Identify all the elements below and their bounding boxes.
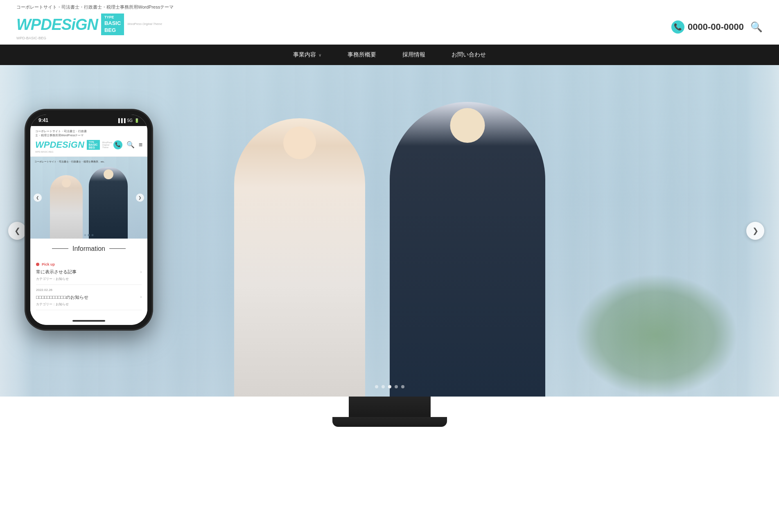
- phone-hero-dots: [84, 234, 94, 236]
- nav-label-about: 事務所概要: [348, 51, 376, 59]
- phone-icon: 📞: [671, 20, 684, 34]
- phone-status-bar: 9:41 ▐▐▐ 5G 🔋: [30, 115, 147, 126]
- slider-prev-button[interactable]: ❮: [8, 222, 26, 240]
- news-title-row-2[interactable]: □□□□□□□□□□□のお知らせ ›: [36, 293, 142, 300]
- site-tagline: コーポレートサイト・司法書士・行政書士・税理士事務所用WordPressテーマ: [16, 4, 763, 10]
- monitor-base: [332, 417, 447, 427]
- nav-label-business: 事業内容: [293, 51, 316, 59]
- network-label: 5G: [127, 118, 133, 123]
- slider-dots: [375, 385, 404, 388]
- logo-wordpress: WordPress Original Theme: [127, 23, 162, 25]
- phone-mockup-wrapper: 9:41 ▐▐▐ 5G 🔋 コーポレートサイト・司法書士・行政書士・税理士事務所…: [25, 110, 152, 330]
- phone-hero-text: コーポレートサイト・司法書士・行政書士・税理士事務所、etc.: [34, 160, 143, 164]
- pickup-title: 常に表示させる記事: [36, 269, 77, 275]
- phone-news-item-2: 2022.02.26 □□□□□□□□□□□のお知らせ › カテゴリー：お知らせ: [36, 285, 142, 310]
- phone-logo-sub-group: WordPress Original Theme: [102, 141, 113, 149]
- hero-next-area: ❯: [746, 65, 779, 397]
- pickup-title-row[interactable]: 常に表示させる記事 ›: [36, 269, 142, 275]
- slider-dot-1[interactable]: [375, 385, 378, 388]
- phone-logo-sub: WPD-BASIC-BEG: [35, 151, 142, 153]
- info-dash-left: [52, 248, 68, 249]
- phone-female-figure: [50, 175, 83, 239]
- phone-slider-prev[interactable]: ❮: [34, 194, 42, 202]
- news-arrow-icon-2: ›: [140, 295, 142, 299]
- phone-info-section: Information Pick up 常に表示させる記事 ›: [30, 239, 147, 317]
- phone-phone-icon[interactable]: 📞: [113, 140, 122, 149]
- signal-icon: ▐▐▐: [117, 118, 125, 123]
- phone-time: 9:41: [38, 117, 48, 123]
- below-hero: [0, 397, 779, 532]
- phone-slider-next[interactable]: ❯: [136, 194, 144, 202]
- logo-area: WPDESiGN TYPE BASIC BEG WordPress Origin…: [16, 14, 162, 40]
- phone-dot-3[interactable]: [92, 234, 94, 236]
- phone-info-title-row: Information: [36, 245, 142, 252]
- phone-logo-badge: TYPE BASIC BEG: [87, 140, 100, 150]
- info-title-text: Information: [72, 245, 105, 252]
- pickup-category: カテゴリー：お知らせ: [36, 277, 142, 281]
- phone-screen: 9:41 ▐▐▐ 5G 🔋 コーポレートサイト・司法書士・行政書士・税理士事務所…: [30, 115, 147, 325]
- monitor-neck: [349, 397, 431, 417]
- male-figure: [390, 102, 545, 397]
- header-right: 📞 0000-00-0000 🔍: [671, 20, 763, 34]
- phone-pickup-item: Pick up 常に表示させる記事 › カテゴリー：お知らせ: [36, 259, 142, 285]
- phone-logo-main: WPDESiGN: [35, 140, 84, 149]
- phone-status-icons: ▐▐▐ 5G 🔋: [117, 118, 139, 123]
- slider-dot-3[interactable]: [388, 385, 391, 388]
- hero-trees: [574, 274, 738, 397]
- phone-logo-wordpress: WordPress Original Theme: [102, 141, 113, 149]
- logo-sub: WPD-BASIC-BEG: [16, 36, 162, 40]
- news-category-2: カテゴリー：お知らせ: [36, 302, 142, 307]
- logo-text: WPDESiGN TYPE BASIC BEG WordPress Origin…: [16, 14, 162, 40]
- slider-dot-4[interactable]: [395, 385, 398, 388]
- news-title-2: □□□□□□□□□□□のお知らせ: [36, 294, 88, 300]
- phone-male-head: [104, 169, 113, 179]
- slider-dot-2[interactable]: [382, 385, 385, 388]
- male-head: [450, 108, 485, 143]
- logo-type: TYPE: [104, 15, 121, 20]
- phone-home-indicator[interactable]: [72, 320, 105, 322]
- phone-header-icons: 📞 🔍 ≡: [113, 140, 142, 149]
- phone-female-head: [62, 178, 71, 187]
- nav-item-business[interactable]: 事業内容 ∨: [280, 45, 334, 65]
- logo-main: WPDESiGN TYPE BASIC BEG WordPress Origin…: [16, 14, 162, 35]
- phone-hero-caption: コーポレートサイト・司法書士・行政書士・税理士事務所、etc.: [34, 160, 105, 163]
- phone-male-figure: [89, 167, 128, 239]
- phone-hero-figures: [50, 167, 128, 239]
- phone-header-inner: WPDESiGN TYPE BASIC BEG WordPress Origin…: [35, 140, 142, 150]
- logo-basic: BASIC: [104, 20, 121, 27]
- site-header: コーポレートサイト・司法書士・行政書士・税理士事務所用WordPressテーマ …: [0, 0, 779, 45]
- logo-beg: BEG: [104, 27, 121, 34]
- header-inner: WPDESiGN TYPE BASIC BEG WordPress Origin…: [16, 14, 763, 40]
- nav-label-contact: お問い合わせ: [452, 51, 486, 59]
- slider-dot-5[interactable]: [401, 385, 404, 388]
- phone-search-icon[interactable]: 🔍: [126, 141, 135, 149]
- nav-label-recruit: 採用情報: [402, 51, 425, 59]
- nav-item-recruit[interactable]: 採用情報: [389, 45, 438, 65]
- page-scene: コーポレートサイト・司法書士・行政書士・税理士事務所用WordPressテーマ …: [0, 0, 779, 532]
- phone-number: 0000-00-0000: [688, 22, 744, 32]
- pickup-arrow-icon: ›: [140, 270, 142, 274]
- female-figure: [234, 118, 365, 397]
- hero-figures: [234, 102, 545, 397]
- info-dash-right: [109, 248, 126, 249]
- search-button[interactable]: 🔍: [750, 21, 763, 33]
- phone-dot-2[interactable]: [88, 234, 90, 236]
- slider-next-button[interactable]: ❯: [746, 222, 764, 240]
- phone-site-header: コーポレートサイト・司法書士・行政書士・税理士事務所用WordPressテーマ …: [30, 126, 147, 157]
- phone-menu-icon[interactable]: ≡: [139, 141, 142, 149]
- nav-item-about[interactable]: 事務所概要: [334, 45, 389, 65]
- phone-bottom-bar: [30, 317, 147, 325]
- phone-logo-basic: BASIC: [89, 143, 98, 146]
- nav-item-contact[interactable]: お問い合わせ: [438, 45, 499, 65]
- news-date-2: 2022.02.26: [36, 288, 142, 292]
- phone-area: 📞 0000-00-0000: [671, 20, 744, 34]
- logo-wpdesign: WPDESiGN: [16, 17, 98, 32]
- phone-notch-cutout: [72, 115, 105, 122]
- phone-hero: コーポレートサイト・司法書士・行政書士・税理士事務所、etc. ❮ ❯: [30, 157, 147, 239]
- phone-dot-1[interactable]: [84, 234, 86, 236]
- female-head: [283, 126, 316, 159]
- site-nav: 事業内容 ∨ 事務所概要 採用情報 お問い合わせ: [0, 45, 779, 65]
- phone-device: 9:41 ▐▐▐ 5G 🔋 コーポレートサイト・司法書士・行政書士・税理士事務所…: [25, 110, 152, 330]
- phone-pickup-label: Pick up: [36, 262, 142, 266]
- pickup-label-text: Pick up: [42, 262, 55, 266]
